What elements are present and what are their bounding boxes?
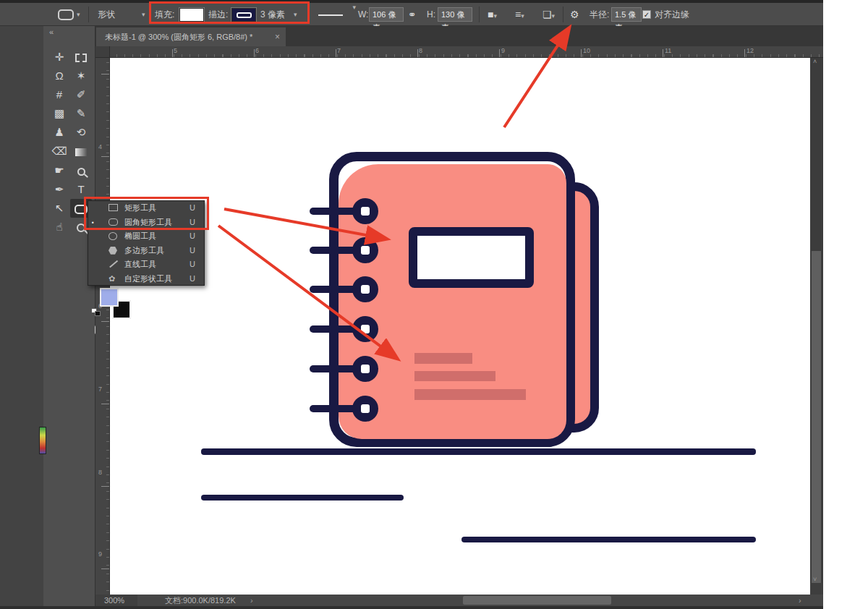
height-label: H: xyxy=(427,3,435,26)
brush-tool[interactable]: ✎ xyxy=(70,104,92,123)
eraser-tool[interactable]: ⌫ xyxy=(48,142,70,161)
ruler-number: 10 xyxy=(583,47,590,54)
pen-tool[interactable]: ✒ xyxy=(48,180,70,199)
notebook-label xyxy=(409,227,534,288)
menu-item-label: 多边形工具 xyxy=(124,244,164,258)
status-chevron-icon[interactable]: › xyxy=(250,595,253,606)
ruler-number: 7 xyxy=(337,47,341,54)
color-bar-widget xyxy=(39,427,46,454)
separator xyxy=(479,7,480,22)
ground-line xyxy=(201,495,404,501)
quick-selection-tool[interactable]: ✶ xyxy=(70,67,92,85)
align-edges-checkbox[interactable]: ✓ xyxy=(642,10,651,19)
menu-item-ellipse-tool[interactable]: 椭圆工具 U xyxy=(88,229,204,244)
ruler-number: 12 xyxy=(746,47,754,54)
tool-options-bar: ▾ 形状 ▾ 填充: 描边: 3 像素 ▾ ▾ W: 106 像素 ⚭ H: 1… xyxy=(0,3,823,26)
dodge-icon xyxy=(77,168,85,176)
photoshop-screenshot: ▾ 形状 ▾ 填充: 描边: 3 像素 ▾ ▾ W: 106 像素 ⚭ H: 1… xyxy=(0,0,868,609)
shape-mode-caret-icon[interactable]: ▾ xyxy=(142,3,145,26)
tools-panel: « ✛ Ω ✶ # ✐ ▩ ✎ ♟ ⟲ ⌫ ☛ ✒ T ↖ ☝ ●●● ⇄ xyxy=(43,26,95,609)
collapse-panel-button[interactable]: « xyxy=(49,27,54,36)
menu-item-line-tool[interactable]: 直线工具 U xyxy=(88,257,204,272)
menu-item-shortcut: U xyxy=(190,244,195,258)
notebook-text-bar xyxy=(414,389,526,400)
stroke-type-caret-icon: ▾ xyxy=(352,4,356,11)
scroll-down-icon[interactable]: ˅ xyxy=(813,576,817,583)
spiral-ring xyxy=(352,237,378,263)
dodge-tool[interactable] xyxy=(70,161,92,180)
separator xyxy=(88,7,89,22)
ruler-number: 5 xyxy=(174,47,177,54)
ruler-vertical: 4 6 7 8 9 xyxy=(95,58,110,595)
document-size-info: 文档:900.0K/819.2K xyxy=(165,595,236,606)
gradient-tool[interactable] xyxy=(70,142,92,161)
marquee-icon xyxy=(75,54,87,62)
menu-item-label: 自定形状工具 xyxy=(124,272,172,286)
ruler-corner xyxy=(95,46,110,58)
radius-label: 半径: xyxy=(590,3,609,26)
spiral-ring xyxy=(352,198,378,224)
link-dimensions-icon[interactable]: ⚭ xyxy=(408,3,417,26)
move-tool[interactable]: ✛ xyxy=(48,48,70,67)
ellipse-icon xyxy=(109,232,117,240)
width-label: W: xyxy=(358,3,368,26)
tool-preset-caret-icon[interactable]: ▾ xyxy=(77,3,80,26)
eyedropper-tool[interactable]: ✐ xyxy=(70,85,92,104)
path-arrangement-button[interactable]: ❏▾ xyxy=(542,3,555,26)
height-input[interactable]: 130 像素 xyxy=(438,7,472,22)
rectangular-marquee-tool[interactable] xyxy=(70,48,92,67)
menu-item-shortcut: U xyxy=(190,229,195,244)
width-input[interactable]: 106 像素 xyxy=(369,7,404,22)
separator xyxy=(563,7,563,22)
status-chevron-icon[interactable]: › xyxy=(799,595,801,606)
ground-line xyxy=(461,537,756,542)
menu-item-custom-shape-tool[interactable]: ✿ 自定形状工具 U xyxy=(88,272,204,286)
lasso-tool[interactable]: Ω xyxy=(48,67,70,85)
history-brush-tool[interactable]: ⟲ xyxy=(70,123,92,142)
menu-item-shortcut: U xyxy=(190,272,195,286)
crop-tool[interactable]: # xyxy=(48,85,70,104)
default-colors-icon[interactable] xyxy=(91,308,101,317)
path-operations-button[interactable]: ■▾ xyxy=(488,3,497,26)
menu-item-label: 椭圆工具 xyxy=(124,229,156,244)
vertical-scrollbar[interactable]: ˄ ˅ xyxy=(810,58,823,583)
notebook-text-bar xyxy=(414,371,495,381)
scroll-up-icon[interactable]: ˄ xyxy=(813,58,817,65)
ruler-number: 7 xyxy=(98,386,102,393)
path-alignment-button[interactable]: ≡▾ xyxy=(515,3,524,26)
ruler-number: 8 xyxy=(98,469,102,476)
ruler-number: 4 xyxy=(98,143,102,150)
menu-item-polygon-tool[interactable]: 多边形工具 U xyxy=(88,244,204,258)
align-edges-label: 对齐边缘 xyxy=(655,3,689,26)
spiral-ring xyxy=(352,276,378,302)
ruler-number: 6 xyxy=(255,47,259,54)
radius-input[interactable]: 1.5 像素 xyxy=(611,7,642,22)
spiral-ring xyxy=(352,356,378,382)
foreground-color-swatch[interactable] xyxy=(100,288,119,307)
ruler-number: 9 xyxy=(98,550,102,558)
annotation-box-menu xyxy=(84,197,209,230)
document-tab-bar: 未标题-1 @ 300% (圆角矩形 6, RGB/8#) * × xyxy=(95,26,823,46)
horizontal-scrollbar-thumb[interactable] xyxy=(463,596,611,605)
stroke-type-select[interactable]: ▾ xyxy=(317,9,356,22)
close-tab-icon[interactable]: × xyxy=(275,27,280,46)
app-left-gutter xyxy=(0,26,43,609)
annotation-box-fill-stroke xyxy=(149,1,310,24)
status-bar: 300% 文档:900.0K/819.2K › › xyxy=(95,595,823,606)
notebook-text-bar xyxy=(414,353,472,364)
spiral-ring xyxy=(352,396,378,422)
vertical-scrollbar-thumb[interactable] xyxy=(812,251,821,583)
hand-tool[interactable]: ☝ xyxy=(48,218,70,237)
clone-stamp-tool[interactable]: ♟ xyxy=(48,123,70,142)
document-tab[interactable]: 未标题-1 @ 300% (圆角矩形 6, RGB/8#) * × xyxy=(96,27,286,46)
smudge-tool[interactable]: ☛ xyxy=(48,161,70,180)
shape-mode-select[interactable]: 形状 xyxy=(98,3,115,26)
rounded-rectangle-tool-icon[interactable] xyxy=(58,9,74,20)
window-bottom-edge xyxy=(0,606,823,609)
zoom-level-field[interactable]: 300% xyxy=(95,595,137,606)
path-selection-tool[interactable]: ↖ xyxy=(48,199,70,218)
ruler-horizontal: 5 6 7 8 9 10 11 12 xyxy=(95,46,823,58)
photoshop-window: ▾ 形状 ▾ 填充: 描边: 3 像素 ▾ ▾ W: 106 像素 ⚭ H: 1… xyxy=(0,0,823,609)
gear-settings-button[interactable]: ⚙ xyxy=(570,3,579,26)
spot-healing-brush-tool[interactable]: ▩ xyxy=(48,104,70,123)
